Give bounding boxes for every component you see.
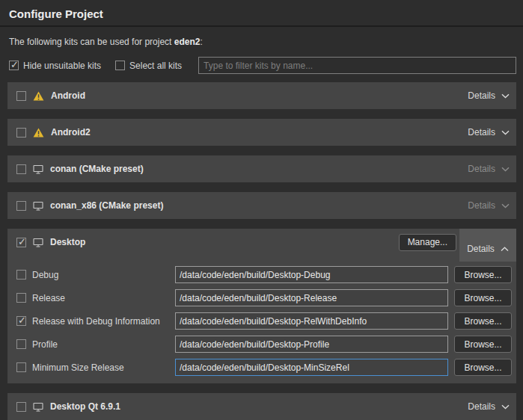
chevron-down-icon bbox=[501, 127, 510, 138]
details-toggle[interactable]: Details bbox=[468, 90, 510, 101]
window-header: Configure Project bbox=[0, 0, 523, 25]
kit-header: Desktop Manage... bbox=[7, 229, 516, 256]
kit-section-desktop: Details Desktop Manage... Debug Browse..… bbox=[7, 229, 516, 383]
select-all-checkbox[interactable]: Select all kits bbox=[115, 61, 182, 71]
config-label: Release with Debug Information bbox=[32, 316, 175, 327]
config-checkbox[interactable] bbox=[16, 339, 26, 349]
details-toggle[interactable]: Details bbox=[468, 127, 510, 138]
intro-suffix: : bbox=[200, 37, 202, 47]
kit-checkbox[interactable] bbox=[16, 164, 26, 174]
chevron-down-icon bbox=[501, 401, 510, 412]
config-checkbox[interactable] bbox=[16, 270, 26, 280]
build-dir-input[interactable] bbox=[175, 336, 448, 353]
build-dir-input[interactable] bbox=[175, 289, 448, 306]
header-separator bbox=[0, 25, 523, 27]
details-toggle[interactable]: Details bbox=[459, 229, 516, 262]
config-label: Debug bbox=[32, 270, 175, 280]
intro-prefix: The following kits can be used for proje… bbox=[9, 37, 174, 47]
select-all-label: Select all kits bbox=[129, 61, 182, 71]
kit-section-android2: Android2 Details bbox=[7, 119, 516, 146]
config-label: Profile bbox=[32, 339, 175, 350]
browse-button[interactable]: Browse... bbox=[454, 359, 512, 376]
build-config-row-debug: Debug Browse... bbox=[16, 266, 512, 283]
chevron-down-icon bbox=[501, 164, 510, 174]
kit-name: Desktop Qt 6.9.1 bbox=[50, 401, 120, 412]
details-label: Details bbox=[468, 90, 495, 101]
kit-name: Android2 bbox=[51, 127, 91, 138]
chevron-up-icon bbox=[501, 244, 509, 254]
build-config-row-profile: Profile Browse... bbox=[16, 336, 512, 353]
browse-button[interactable]: Browse... bbox=[454, 336, 512, 353]
kit-header: Android Details bbox=[7, 82, 516, 109]
hide-unsuitable-label: Hide unsuitable kits bbox=[23, 61, 101, 71]
kit-name: Desktop bbox=[50, 237, 85, 247]
kit-section-desktop-qt: Desktop Qt 6.9.1 Details bbox=[7, 393, 516, 420]
details-label: Details bbox=[468, 200, 495, 211]
browse-button[interactable]: Browse... bbox=[454, 312, 512, 330]
kit-header: conan_x86 (CMake preset) Details bbox=[7, 192, 516, 219]
build-config-row-relwithdebinfo: Release with Debug Information Browse... bbox=[16, 312, 512, 330]
intro-text: The following kits can be used for proje… bbox=[9, 37, 514, 47]
warning-icon bbox=[33, 128, 44, 138]
details-toggle[interactable]: Details bbox=[468, 164, 510, 174]
config-checkbox[interactable] bbox=[16, 316, 26, 326]
details-label: Details bbox=[468, 127, 495, 138]
kit-section-conan-x86: conan_x86 (CMake preset) Details bbox=[7, 192, 516, 219]
chevron-down-icon bbox=[501, 200, 510, 211]
warning-icon bbox=[33, 91, 44, 101]
desktop-icon bbox=[33, 164, 43, 174]
project-name: eden2 bbox=[174, 37, 201, 47]
kit-checkbox[interactable] bbox=[16, 91, 26, 101]
kit-checkbox[interactable] bbox=[16, 238, 26, 247]
kit-filter-input[interactable] bbox=[198, 57, 516, 74]
build-dir-input[interactable] bbox=[175, 266, 448, 283]
kit-checkbox[interactable] bbox=[16, 402, 26, 412]
kit-list: Android Details Android2 Details bbox=[7, 82, 516, 420]
chevron-down-icon bbox=[501, 90, 510, 101]
build-config-row-minsizerel: Minimum Size Release Browse... bbox=[16, 359, 512, 376]
desktop-icon bbox=[33, 238, 43, 247]
config-label: Minimum Size Release bbox=[32, 362, 175, 373]
kit-name: Android bbox=[51, 90, 85, 101]
kit-section-conan: conan (CMake preset) Details bbox=[7, 155, 516, 182]
checkbox-icon[interactable] bbox=[115, 61, 125, 70]
desktop-icon bbox=[33, 201, 43, 211]
build-config-list: Debug Browse... Release Browse... Releas… bbox=[7, 256, 516, 383]
checkbox-icon[interactable] bbox=[9, 61, 19, 70]
details-control: Details bbox=[467, 236, 509, 262]
details-toggle[interactable]: Details bbox=[468, 200, 510, 211]
details-label: Details bbox=[468, 401, 495, 412]
kit-header: Desktop Qt 6.9.1 Details bbox=[7, 393, 516, 420]
desktop-icon bbox=[33, 402, 43, 412]
kit-header: Android2 Details bbox=[7, 119, 516, 146]
page-title: Configure Project bbox=[9, 7, 514, 20]
config-checkbox[interactable] bbox=[16, 362, 26, 372]
build-config-row-release: Release Browse... bbox=[16, 289, 512, 306]
config-checkbox[interactable] bbox=[16, 293, 26, 303]
config-label: Release bbox=[32, 293, 175, 303]
kit-name: conan (CMake preset) bbox=[50, 164, 144, 174]
kit-checkbox[interactable] bbox=[16, 128, 26, 138]
manage-button[interactable]: Manage... bbox=[399, 234, 456, 251]
kit-section-android: Android Details bbox=[7, 82, 516, 109]
browse-button[interactable]: Browse... bbox=[454, 266, 512, 283]
browse-button[interactable]: Browse... bbox=[454, 289, 512, 306]
build-dir-input[interactable] bbox=[175, 312, 448, 330]
kit-name: conan_x86 (CMake preset) bbox=[50, 200, 163, 211]
details-toggle[interactable]: Details bbox=[468, 401, 510, 412]
filter-toolbar: Hide unsuitable kits Select all kits bbox=[9, 57, 516, 74]
details-label: Details bbox=[468, 164, 495, 174]
hide-unsuitable-checkbox[interactable]: Hide unsuitable kits bbox=[9, 61, 101, 71]
kit-checkbox[interactable] bbox=[16, 201, 26, 211]
kit-header: conan (CMake preset) Details bbox=[7, 155, 516, 182]
details-label: Details bbox=[467, 244, 495, 254]
build-dir-input[interactable] bbox=[175, 359, 448, 376]
